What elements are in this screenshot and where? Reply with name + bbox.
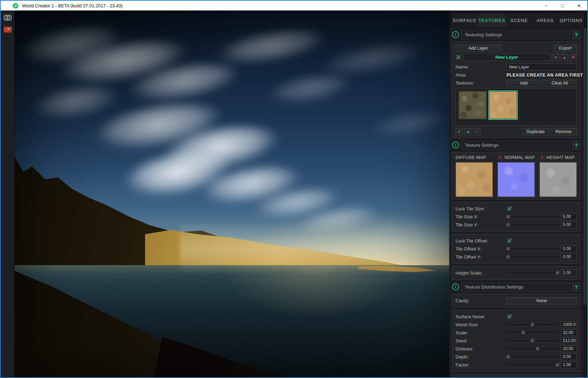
help-button[interactable]: ? xyxy=(572,141,580,150)
layer-move-down-button[interactable]: ▾ xyxy=(552,54,559,61)
texture-move-right-button[interactable]: ▸ xyxy=(473,128,480,135)
depth-value[interactable]: 0.00 xyxy=(561,354,577,360)
panel-scrollbar[interactable] xyxy=(583,27,587,377)
scale-value[interactable]: 32.00 xyxy=(561,329,577,336)
info-icon: i xyxy=(452,283,459,290)
diffuse-map-thumbnail[interactable] xyxy=(456,162,493,197)
maps-group: DIFFUSE MAP ✕ NORMAL MAP xyxy=(452,152,580,199)
layer-enabled-checkbox[interactable]: ✓ xyxy=(456,54,461,60)
surface-noise-checkbox[interactable]: ✓ xyxy=(507,314,512,320)
tile-size-y-slider[interactable] xyxy=(507,222,559,227)
diffuse-map-label: DIFFUSE MAP xyxy=(456,155,486,160)
texture-thumbnail-moss[interactable] xyxy=(459,91,487,119)
tab-scene[interactable]: SCENE xyxy=(507,14,532,27)
height-map-remove-button[interactable]: ✕ xyxy=(539,155,545,160)
scale-slider[interactable] xyxy=(507,330,559,335)
rings-icon xyxy=(3,15,12,21)
info-icon: i xyxy=(452,141,459,148)
lock-tile-offset-checkbox[interactable]: ✓ xyxy=(507,238,512,244)
tab-options[interactable]: OPTIONS xyxy=(559,14,584,27)
tile-offset-x-label: Tile Offset X: xyxy=(456,246,507,252)
scrollbar-thumb[interactable] xyxy=(584,28,587,305)
octaves-slider[interactable] xyxy=(507,346,559,351)
texture-add-button[interactable]: Add xyxy=(507,80,541,87)
main-area: SURFACE TEXTURES SCENE AREAS OPTIONS i T… xyxy=(1,10,587,377)
title-bar: World Creator 2 - BETA (build 27.01.2017… xyxy=(1,1,587,10)
layer-delete-button[interactable]: ✕ xyxy=(569,54,577,61)
height-map-label: HEIGHT MAP xyxy=(546,155,575,160)
tile-offset-x-slider[interactable] xyxy=(507,246,559,252)
minimize-button[interactable]: − xyxy=(538,1,554,10)
layer-name-input[interactable] xyxy=(507,64,577,70)
texture-distribution-header: i Texture Distribution Settings ? xyxy=(452,282,580,291)
remove-button[interactable]: Remove xyxy=(550,128,577,135)
height-scale-label: Height Scale: xyxy=(456,270,507,276)
height-scale-slider[interactable] xyxy=(507,270,559,276)
help-button[interactable]: ? xyxy=(572,30,580,39)
seed-value[interactable]: 512.00 xyxy=(561,337,577,344)
add-layer-button[interactable]: Add Layer xyxy=(456,45,501,52)
export-button[interactable]: Export xyxy=(554,45,577,52)
tile-offset-y-value[interactable]: 0.00 xyxy=(561,254,577,260)
height-map-thumbnail[interactable] xyxy=(539,162,577,197)
left-toolbar xyxy=(1,10,15,377)
normal-map-thumbnail[interactable] xyxy=(497,162,535,197)
lock-tile-size-checkbox[interactable]: ✓ xyxy=(507,206,512,212)
cavity-group: Cavity: None xyxy=(452,294,580,307)
octaves-label: Octaves: xyxy=(456,346,507,351)
layer-title[interactable]: New Layer xyxy=(463,54,551,61)
layer-group: Add Layer Export ✓ New Layer ▾ ▴ ✕ Name: xyxy=(452,42,580,138)
height-scale-value[interactable]: 1.00 xyxy=(561,270,577,276)
world-size-label: World Size: xyxy=(456,322,507,327)
tab-areas[interactable]: AREAS xyxy=(532,14,558,27)
seed-slider[interactable] xyxy=(507,338,559,343)
normal-map-label: NORMAL MAP xyxy=(504,155,535,160)
factor-label: Factor: xyxy=(456,362,507,368)
tile-offset-x-value[interactable]: 0.00 xyxy=(561,246,577,252)
tab-surface[interactable]: SURFACE xyxy=(452,14,477,27)
texturing-settings-header: i Texturing Settings ? xyxy=(452,30,580,39)
maximize-button[interactable]: □ xyxy=(554,1,571,10)
lock-tile-size-label: Lock Tile Size: xyxy=(456,206,507,211)
world-size-value[interactable]: 1000.0 xyxy=(561,321,577,328)
octaves-value[interactable]: 10.00 xyxy=(561,346,577,352)
msl-group: Relative to MSL: Height Range: -512.00 6… xyxy=(452,374,580,377)
surface-noise-group: Surface Noise: ✓ World Size: 1000.0 Scal… xyxy=(452,310,580,372)
normal-map-remove-button[interactable]: ✕ xyxy=(497,155,503,160)
factor-value[interactable]: 1.00 xyxy=(561,362,577,368)
scale-label: Scale: xyxy=(456,330,507,335)
close-button[interactable]: ✕ xyxy=(571,1,587,10)
texture-move-left-button[interactable]: ◂ xyxy=(464,128,472,135)
texture-list xyxy=(456,88,577,126)
section-title: Texture Settings xyxy=(461,141,570,150)
3d-viewport[interactable] xyxy=(15,10,449,377)
tile-size-group: Lock Tile Size: ✓ Tile Size X: 5.00 Tile… xyxy=(452,202,580,232)
window-title: World Creator 2 - BETA (build 27.01.2017… xyxy=(22,3,123,8)
cavity-select-button[interactable]: None xyxy=(507,297,577,304)
tile-size-x-slider[interactable] xyxy=(507,214,559,219)
texture-settings-header: i Texture Settings ? xyxy=(452,140,580,150)
tile-offset-y-slider[interactable] xyxy=(507,254,559,260)
section-title: Texture Distribution Settings xyxy=(461,283,570,291)
texture-thumbnail-sand-selected[interactable] xyxy=(489,91,517,119)
tile-size-x-label: Tile Size X: xyxy=(456,214,507,219)
app-window: World Creator 2 - BETA (build 27.01.2017… xyxy=(0,0,588,378)
help-button[interactable]: ? xyxy=(572,283,580,291)
depth-slider[interactable] xyxy=(507,354,559,359)
tile-size-x-value[interactable]: 5.00 xyxy=(561,213,577,220)
layer-move-up-button[interactable]: ▴ xyxy=(561,54,568,61)
world-size-slider[interactable] xyxy=(507,322,559,327)
panel-content: i Texturing Settings ? Add Layer Export … xyxy=(449,27,587,377)
screenshot-camera-button[interactable] xyxy=(3,25,13,34)
tile-size-y-value[interactable]: 5.00 xyxy=(561,221,577,228)
tab-textures[interactable]: TEXTURES xyxy=(478,14,505,27)
depth-label: Depth: xyxy=(456,354,507,359)
factor-slider[interactable] xyxy=(507,362,559,368)
normal-map-column: ✕ NORMAL MAP xyxy=(497,154,535,197)
texture-clear-all-button[interactable]: Clear All xyxy=(543,80,577,87)
texture-enabled-checkbox[interactable]: ✓ xyxy=(456,128,463,135)
area-label: Area: xyxy=(456,72,507,78)
height-map-column: ✕ HEIGHT MAP xyxy=(539,154,577,197)
duplicate-button[interactable]: Duplicate xyxy=(522,128,549,135)
rings-icon-button[interactable] xyxy=(3,13,13,22)
